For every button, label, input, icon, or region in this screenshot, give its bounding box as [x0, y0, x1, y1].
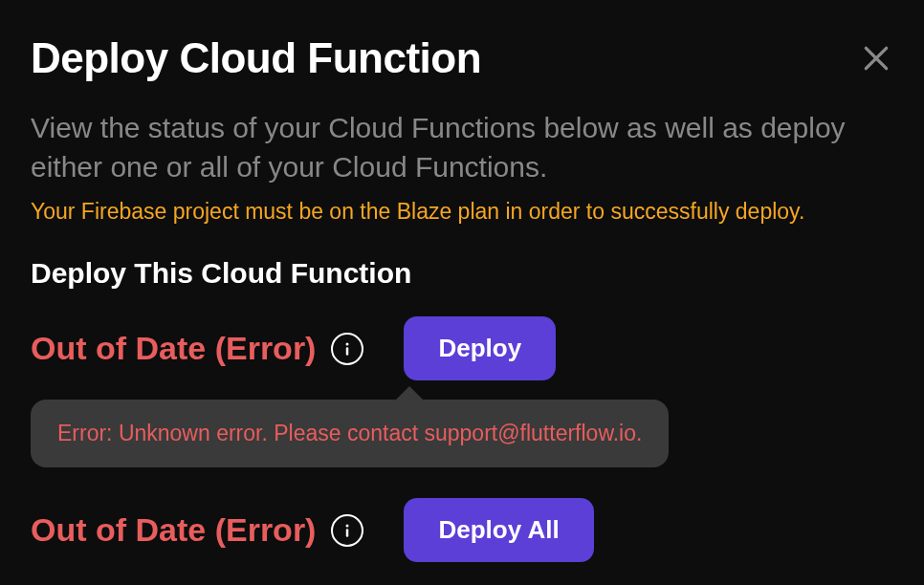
plan-warning: Your Firebase project must be on the Bla…: [31, 196, 893, 227]
function-status-row: Out of Date (Error) Deploy: [31, 316, 893, 380]
svg-rect-5: [346, 529, 349, 536]
all-functions-status-row: Out of Date (Error) Deploy All: [31, 498, 893, 562]
svg-point-4: [346, 524, 349, 527]
dialog-header: Deploy Cloud Function: [31, 34, 893, 82]
tooltip-container: Error: Unknown error. Please contact sup…: [31, 400, 893, 467]
dialog-description: View the status of your Cloud Functions …: [31, 109, 893, 186]
status-label-group: Out of Date (Error): [31, 330, 363, 367]
svg-point-2: [346, 342, 349, 345]
close-icon[interactable]: [859, 41, 893, 76]
dialog-title: Deploy Cloud Function: [31, 34, 481, 82]
svg-rect-3: [346, 347, 349, 355]
status-text: Out of Date (Error): [31, 330, 316, 367]
info-icon[interactable]: [331, 514, 363, 547]
section-title: Deploy This Cloud Function: [31, 257, 893, 290]
status-text: Out of Date (Error): [31, 511, 316, 549]
error-tooltip: Error: Unknown error. Please contact sup…: [31, 400, 669, 467]
deploy-button[interactable]: Deploy: [404, 316, 556, 380]
info-icon[interactable]: [331, 333, 363, 365]
status-label-group: Out of Date (Error): [31, 511, 363, 549]
deploy-all-button[interactable]: Deploy All: [404, 498, 593, 562]
